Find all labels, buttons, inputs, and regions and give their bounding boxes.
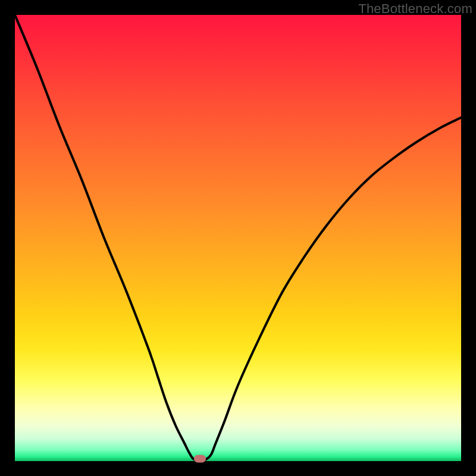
curve-svg bbox=[15, 15, 461, 461]
bottleneck-curve-path bbox=[15, 15, 461, 461]
chart-frame: TheBottleneck.com bbox=[0, 0, 476, 476]
minimum-marker bbox=[194, 455, 206, 463]
plot-area bbox=[15, 15, 461, 461]
